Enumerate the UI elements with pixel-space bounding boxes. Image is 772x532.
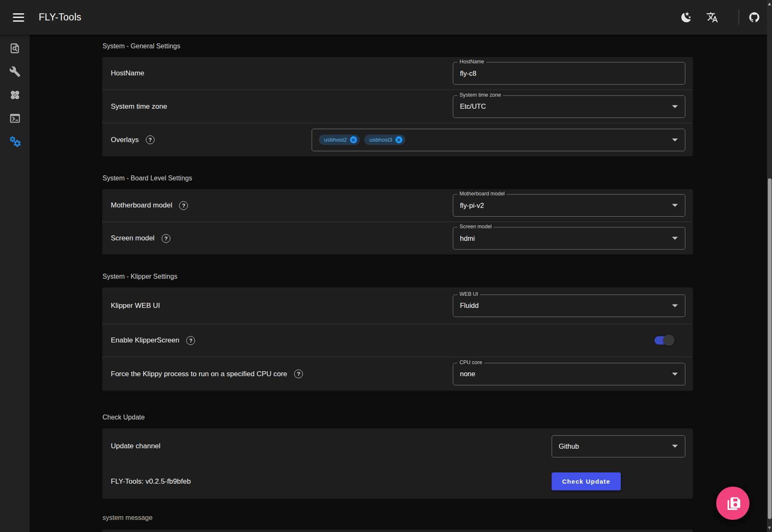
help-icon[interactable]: [146, 135, 155, 144]
wrench-icon[interactable]: [9, 66, 21, 78]
card-board-settings: Motherboard model Motherboard model fly-…: [102, 189, 693, 255]
row-hostname: HostName HostName fly-c8: [102, 57, 693, 90]
motherboard-floating-label: Motherboard model: [457, 191, 507, 197]
overlays-select[interactable]: usbhost2 usbhost3: [312, 129, 685, 151]
chevron-down-icon: [672, 304, 678, 307]
overlay-chip[interactable]: usbhost3: [364, 135, 405, 145]
update-channel-label: Update channel: [111, 442, 160, 450]
row-overlays: Overlays usbhost2 usbhost3: [102, 123, 693, 156]
save-all-button[interactable]: [716, 487, 750, 520]
patch-icon[interactable]: [9, 89, 21, 102]
card-general-settings: HostName HostName fly-c8 System time zon…: [102, 57, 693, 156]
timezone-value: Etc/UTC: [460, 102, 486, 110]
section-title-general: System - General Settings: [102, 41, 693, 51]
terminal-icon[interactable]: [9, 112, 21, 125]
chip-close-icon[interactable]: [350, 136, 357, 143]
screen-label: Screen model: [111, 234, 155, 242]
chip-close-icon[interactable]: [395, 136, 402, 143]
cpucore-value: none: [460, 370, 475, 378]
row-screen: Screen model Screen model hdmi: [102, 222, 693, 255]
klipperscreen-toggle[interactable]: [655, 335, 675, 346]
check-update-button[interactable]: Check Update: [552, 472, 621, 490]
hostname-floating-label: HostName: [457, 59, 486, 65]
motherboard-select[interactable]: Motherboard model fly-pi-v2: [453, 194, 685, 217]
chevron-down-icon: [672, 372, 678, 375]
motherboard-label: Motherboard model: [111, 201, 172, 210]
timezone-floating-label: System time zone: [457, 92, 503, 98]
update-channel-value: Github: [559, 442, 579, 450]
app-title: FLY-Tools: [39, 12, 81, 23]
card-check-update: Update channel Github FLY-Tools: v0.2.5-…: [102, 428, 693, 499]
section-title-update: Check Update: [102, 412, 693, 422]
timezone-label: System time zone: [111, 102, 167, 111]
motherboard-value: fly-pi-v2: [460, 202, 484, 210]
translate-icon[interactable]: [705, 10, 719, 25]
github-icon[interactable]: [747, 10, 761, 25]
help-icon[interactable]: [162, 234, 170, 243]
version-text: FLY-Tools: v0.2.5-fb9bfeb: [111, 477, 191, 486]
timezone-select[interactable]: System time zone Etc/UTC: [453, 95, 685, 118]
section-title-klipper: System - Klipper Settings: [102, 272, 693, 282]
file-search-icon[interactable]: [9, 42, 21, 55]
row-webui: Klipper WEB UI WEB UI Fluidd: [102, 287, 693, 324]
row-version: FLY-Tools: v0.2.5-fb9bfeb Check Update: [102, 464, 693, 499]
row-cpucore: Force the Klippy process to run on a spe…: [102, 357, 693, 391]
overlays-label: Overlays: [111, 136, 139, 144]
screen-floating-label: Screen model: [457, 224, 494, 230]
scroll-down-arrow-icon[interactable]: [768, 527, 771, 530]
screen-value: hdmi: [460, 235, 475, 242]
dark-mode-icon[interactable]: [679, 10, 693, 25]
row-update-channel: Update channel Github: [102, 428, 693, 464]
chip-label: usbhost3: [370, 137, 392, 143]
hostname-input[interactable]: HostName fly-c8: [453, 62, 685, 85]
hostname-value: fly-c8: [460, 70, 476, 77]
hostname-label: HostName: [111, 69, 144, 77]
system-message-box[interactable]: [102, 530, 693, 532]
card-klipper-settings: Klipper WEB UI WEB UI Fluidd Enable Klip…: [102, 287, 693, 391]
webui-floating-label: WEB UI: [457, 291, 480, 297]
chevron-down-icon: [672, 445, 678, 448]
help-icon[interactable]: [179, 201, 188, 210]
update-channel-select[interactable]: Github: [552, 435, 685, 457]
toggle-thumb: [663, 335, 675, 346]
chevron-down-icon: [672, 237, 678, 240]
row-klipperscreen: Enable KlipperScreen: [102, 324, 693, 357]
webui-label: Klipper WEB UI: [111, 302, 160, 310]
section-title-board: System - Board Level Settings: [102, 173, 693, 183]
overlay-chip[interactable]: usbhost2: [319, 135, 360, 145]
scroll-up-arrow-icon[interactable]: [768, 2, 771, 5]
chip-label: usbhost2: [324, 137, 347, 143]
scrollbar-thumb[interactable]: [768, 178, 772, 519]
cpucore-label: Force the Klippy process to run on a spe…: [111, 370, 287, 378]
save-all-icon: [725, 495, 741, 512]
row-timezone: System time zone System time zone Etc/UT…: [102, 90, 693, 123]
klipperscreen-label: Enable KlipperScreen: [111, 336, 179, 345]
cpucore-select[interactable]: CPU core none: [453, 363, 685, 385]
webui-value: Fluidd: [460, 302, 479, 310]
chevron-down-icon: [672, 138, 678, 141]
cpucore-floating-label: CPU core: [457, 360, 484, 365]
chevron-down-icon: [672, 204, 678, 207]
sidebar: [0, 35, 30, 532]
settings-gears-icon[interactable]: [9, 136, 21, 148]
help-icon[interactable]: [294, 370, 303, 378]
main-content: System - General Settings HostName HostN…: [30, 35, 772, 532]
chevron-down-icon: [672, 105, 678, 108]
help-icon[interactable]: [186, 336, 195, 345]
app-bar: FLY-Tools: [0, 0, 772, 35]
scrollbar[interactable]: [767, 0, 772, 532]
section-title-message: system message: [102, 513, 693, 523]
webui-select[interactable]: WEB UI Fluidd: [453, 295, 685, 317]
row-motherboard: Motherboard model Motherboard model fly-…: [102, 189, 693, 222]
screen-select[interactable]: Screen model hdmi: [453, 227, 685, 250]
menu-icon[interactable]: [13, 13, 24, 22]
appbar-divider: [739, 10, 739, 25]
